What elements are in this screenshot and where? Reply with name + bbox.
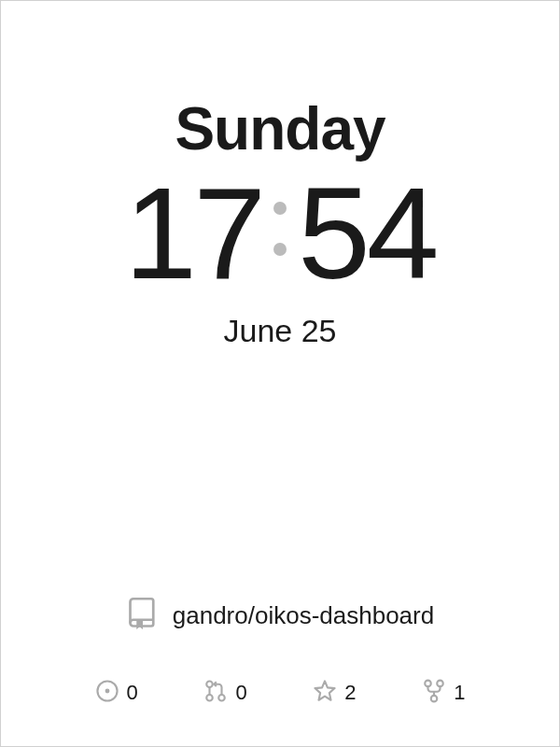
fork-icon bbox=[422, 679, 446, 707]
repo-section: gandro/oikos-dashboard bbox=[1, 597, 559, 634]
issue-icon bbox=[95, 679, 119, 707]
svg-point-2 bbox=[207, 681, 214, 687]
stats-section: 0 0 2 bbox=[1, 679, 559, 707]
time-hours: 17 bbox=[124, 168, 262, 299]
time-display: 17 54 bbox=[1, 168, 559, 299]
repo-icon bbox=[126, 597, 160, 634]
svg-point-4 bbox=[219, 695, 226, 701]
svg-point-1 bbox=[105, 689, 109, 694]
date-display: June 25 bbox=[1, 313, 559, 349]
day-of-week: Sunday bbox=[1, 94, 559, 163]
repo-name: gandro/oikos-dashboard bbox=[173, 601, 434, 630]
pull-requests-count: 0 bbox=[235, 681, 246, 705]
clock-section: Sunday 17 54 June 25 bbox=[1, 94, 559, 349]
stars-count: 2 bbox=[344, 681, 356, 705]
svg-point-6 bbox=[437, 681, 443, 687]
stat-pull-requests: 0 bbox=[203, 679, 246, 707]
svg-point-7 bbox=[431, 696, 438, 702]
issues-count: 0 bbox=[127, 681, 138, 705]
svg-point-3 bbox=[207, 695, 214, 701]
svg-point-5 bbox=[425, 681, 431, 687]
stat-stars: 2 bbox=[313, 679, 356, 707]
stat-forks: 1 bbox=[422, 679, 465, 707]
stat-issues: 0 bbox=[95, 679, 138, 707]
pull-request-icon bbox=[203, 679, 228, 707]
time-minutes: 54 bbox=[298, 168, 436, 299]
time-colon bbox=[273, 202, 287, 265]
forks-count: 1 bbox=[454, 681, 465, 705]
star-icon bbox=[313, 679, 337, 707]
